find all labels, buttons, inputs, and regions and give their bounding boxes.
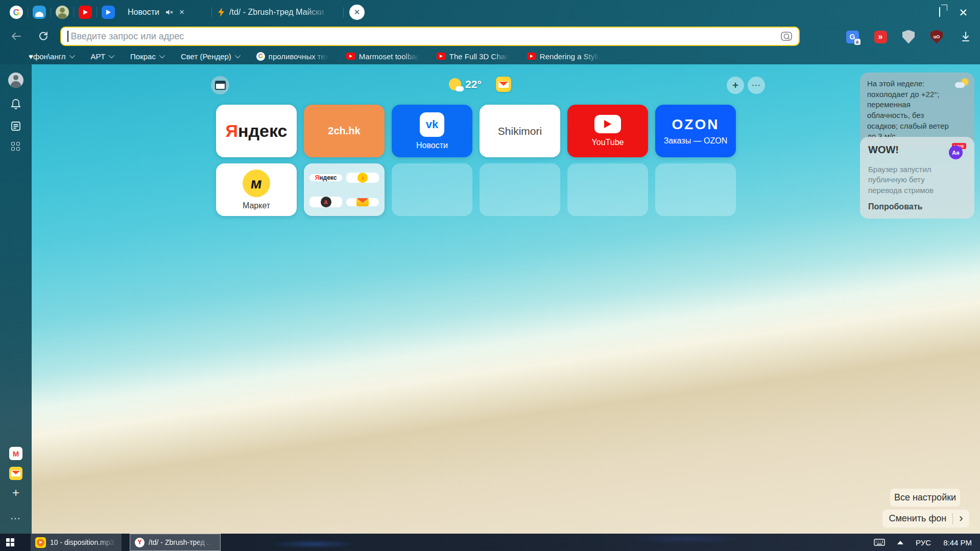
tab-strip: G Новости ×	[0, 0, 980, 25]
active-tab-close-button[interactable]: ✕	[349, 5, 365, 20]
sidebar-add-button[interactable]: +	[12, 487, 19, 499]
restore-icon	[939, 7, 940, 17]
clock[interactable]: 8:44 PM	[943, 538, 972, 547]
pinned-tab-google[interactable]: G	[10, 6, 23, 19]
ellipsis-icon: ⋯	[752, 80, 761, 91]
lightning-icon	[218, 8, 225, 17]
speed-dial-grid: Яндекс 2ch.hk vk Новости Shikimori YouTu…	[216, 105, 747, 216]
profile-avatar[interactable]	[8, 73, 23, 88]
yandex-logo: Яндекс	[226, 121, 288, 141]
show-hidden-icons-button[interactable]	[897, 541, 903, 544]
tab-separator	[51, 7, 51, 17]
tile-2ch[interactable]: 2ch.hk	[304, 105, 385, 157]
youtube-icon	[527, 53, 536, 60]
bookmark-full3d[interactable]: The Full 3D Charac	[437, 52, 510, 61]
weather-forecast-text: На этой неделе: похолодает до +22°; пере…	[867, 79, 953, 142]
add-tile-button[interactable]: +	[727, 77, 744, 94]
browser-sidebar: M + ⋯	[0, 64, 32, 534]
notifications-bell-button[interactable]	[10, 98, 21, 110]
market-logo-icon: м	[243, 170, 270, 197]
folder-item-anime[interactable]: А	[309, 197, 342, 207]
translate-icon: G	[846, 31, 859, 43]
tile-youtube[interactable]: YouTube	[567, 105, 648, 157]
tableau-more-button[interactable]: ⋯	[748, 77, 765, 94]
gmail-shortcut[interactable]: M	[9, 447, 22, 460]
tab-close-icon[interactable]: ×	[179, 7, 184, 17]
tile-empty[interactable]	[480, 163, 560, 216]
bookmark-folder-svet[interactable]: Свет (Рендер)	[181, 52, 239, 61]
folder-item-mail[interactable]	[346, 198, 379, 206]
yandex-mail-shortcut[interactable]	[9, 467, 22, 480]
bookmark-rendering[interactable]: Rendering a Stylize	[527, 52, 600, 61]
restore-button[interactable]	[939, 8, 940, 17]
sidebar-more-button[interactable]: ⋯	[10, 512, 21, 524]
reload-button[interactable]	[36, 29, 51, 44]
notification-title: WOW!	[868, 144, 899, 156]
pinned-tab-video[interactable]	[102, 6, 115, 19]
bookmark-folder-pokras[interactable]: Покрас	[130, 52, 163, 61]
text-caret	[67, 31, 68, 42]
bookmark-folder-fon-angl[interactable]: ♥фон\англ	[29, 52, 74, 61]
tile-empty[interactable]	[567, 163, 648, 216]
speed-extension-button[interactable]: »	[872, 29, 889, 45]
avatar-favicon-icon	[56, 6, 69, 19]
windows-logo-icon	[6, 538, 10, 542]
translate-extension-button[interactable]: G	[844, 29, 861, 45]
back-button[interactable]	[8, 29, 23, 44]
notification-card[interactable]: WOW! LIVE Ая Браузер запустил публичную …	[860, 137, 974, 219]
try-it-link[interactable]: Попробовать	[868, 202, 966, 211]
tab-novosti[interactable]: Новости ×	[128, 0, 208, 25]
music-icon: ♪	[357, 173, 368, 183]
services-grid-button[interactable]	[11, 142, 20, 151]
tab-zbrush[interactable]: /td/ - Zbrush-тред Майски	[218, 0, 340, 25]
downloads-button[interactable]	[958, 29, 974, 45]
tile-vk-news[interactable]: vk Новости	[392, 105, 472, 157]
sun-behind-cloud-icon	[955, 79, 968, 88]
change-background-button[interactable]: Сменить фон ›	[882, 510, 969, 528]
touch-keyboard-button[interactable]	[874, 539, 885, 546]
tile-shikimori[interactable]: Shikimori	[480, 105, 560, 157]
tab-mute-icon[interactable]	[165, 9, 173, 16]
tile-empty[interactable]	[655, 163, 736, 216]
address-bar[interactable]	[60, 27, 800, 46]
language-indicator[interactable]: РУС	[916, 538, 931, 547]
tile-ozon[interactable]: OZON Заказы — OZON	[655, 105, 736, 157]
chevron-down-icon	[69, 53, 75, 58]
tile-yandex[interactable]: Яндекс	[216, 105, 297, 157]
ublock-extension-button[interactable]: uO	[928, 29, 945, 45]
google-icon: G	[256, 52, 265, 61]
taskbar-app-browser[interactable]: Y /td/ - Zbrush-тред ...	[130, 534, 221, 551]
folder-item-yandex[interactable]: Яндекс	[309, 174, 342, 181]
pinned-tab-2[interactable]	[33, 6, 46, 19]
tile-market[interactable]: м Маркет	[216, 163, 297, 216]
bookmarks-bar: ♥фон\англ АРТ Покрас Свет (Рендер) Gпрол…	[0, 48, 980, 64]
bookmark-marmoset[interactable]: Marmoset toolbag	[346, 52, 419, 61]
google-icon: G	[10, 6, 23, 19]
protect-extension-button[interactable]	[900, 29, 917, 45]
youtube-icon	[437, 53, 446, 60]
address-input[interactable]	[70, 31, 781, 42]
pinned-tab-3[interactable]	[56, 6, 69, 19]
notification-body: Браузер запустил публичную бету перевода…	[868, 164, 950, 196]
image-search-icon[interactable]	[780, 31, 793, 42]
bookmark-prolivochnyh[interactable]: Gпроливочных тех	[256, 52, 329, 61]
weather-chip[interactable]: 22°	[449, 78, 482, 90]
taskbar-app-player[interactable]: 10 - disposition.mp3...	[31, 534, 122, 551]
mail-chip[interactable]	[496, 77, 511, 92]
stream-translate-icon: LIVE Ая	[949, 144, 966, 159]
system-tray: РУС 8:44 PM	[874, 538, 980, 547]
chevron-right-icon[interactable]: ›	[959, 513, 963, 524]
youtube-icon	[346, 53, 355, 60]
tile-empty[interactable]	[392, 163, 472, 216]
folder-item-music[interactable]: ♪	[346, 173, 379, 183]
bookmark-folder-art[interactable]: АРТ	[91, 52, 113, 61]
tile-folder[interactable]: Яндекс ♪ А	[304, 163, 385, 216]
tab-separator	[211, 7, 212, 17]
feed-button[interactable]	[10, 121, 21, 132]
pinned-tab-youtube[interactable]	[79, 6, 92, 19]
start-button[interactable]	[0, 534, 25, 551]
close-window-button[interactable]: ✕	[959, 7, 968, 18]
yandex-browser-window: G Новости ×	[0, 0, 980, 551]
all-settings-button[interactable]: Все настройки	[890, 489, 960, 507]
navigation-toolbar: G » uO	[0, 25, 980, 48]
